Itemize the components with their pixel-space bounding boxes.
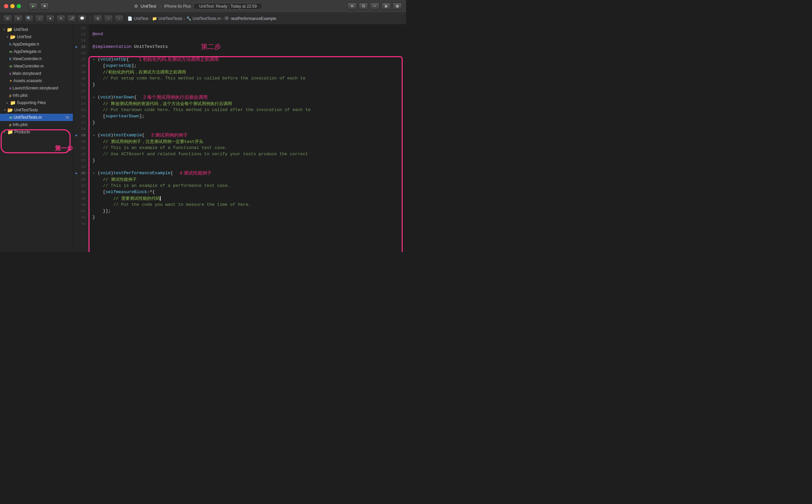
ln-24: 24	[73, 100, 88, 107]
bc-file-icon: 🔧	[186, 16, 191, 21]
xcassets-icon: ✦	[9, 79, 12, 83]
code-line-39: // 需要测试性能的代码	[92, 195, 406, 201]
minimize-button[interactable]	[10, 4, 15, 8]
group-folder-icon: 📂	[10, 34, 16, 40]
breadcrumb: 📄 UnitTest › 📁 UnitTestTests › 🔧 UnitTes…	[127, 16, 276, 21]
layout-btn-3[interactable]: ↩	[370, 3, 379, 10]
m-icon-3: m	[9, 116, 12, 119]
step1-label: 第一步	[55, 144, 73, 152]
warning-btn[interactable]: ⚠	[35, 15, 44, 22]
bc-label-4[interactable]: -testPerformanceExample	[230, 16, 276, 21]
sidebar-unittesttests-m[interactable]: m UnitTestTests.m M	[0, 114, 73, 121]
disclosure-root: ▾	[2, 28, 6, 32]
sidebar-info-plist-1[interactable]: p Info.plist	[0, 92, 73, 99]
bc-label-3[interactable]: UnitTestTests.m	[193, 16, 221, 21]
bc-1[interactable]: 📄	[127, 16, 132, 21]
launchscreen-label: LaunchScreen.storyboard	[13, 86, 58, 90]
ln-19: 19	[73, 69, 88, 75]
info-plist-2-label: Info.plist	[13, 122, 28, 127]
bc-sep-1: ›	[149, 16, 151, 21]
code-line-37: // This is an example of a performance t…	[92, 183, 406, 189]
root-folder-icon: 📁	[7, 27, 12, 32]
ln-30: 30	[73, 138, 88, 145]
sidebar-root[interactable]: ▾ 📁 UnitTest	[0, 26, 73, 33]
assets-label: Assets.xcassets	[13, 78, 42, 83]
code-line-33: }	[92, 157, 406, 164]
separator: ›	[159, 4, 162, 9]
forward-btn[interactable]: ›	[115, 15, 123, 22]
diamond-35: ◆	[74, 172, 78, 175]
supporting-folder-icon: 📁	[10, 100, 16, 105]
sidebar-appdelegate-h[interactable]: h AppDelegate.h	[0, 41, 73, 48]
ln-25: 25	[73, 107, 88, 113]
layout-btn-1[interactable]: ⊞	[347, 3, 357, 10]
root-label: UnitTest	[14, 27, 28, 32]
back-btn[interactable]: ‹	[104, 15, 113, 22]
cursor	[160, 196, 161, 201]
stop-button[interactable]	[40, 3, 49, 10]
search-btn[interactable]: 🔍	[25, 15, 33, 22]
unittesttests-folder-icon: 📂	[7, 107, 13, 113]
code-line-25: // Put teardown code here. This method i…	[92, 107, 406, 113]
code-line-20: // Put setup code here. This method is c…	[92, 75, 406, 81]
ln-12: 12	[73, 25, 88, 31]
bookmark-btn[interactable]: ♦	[46, 15, 55, 22]
bc-sep-3: ›	[222, 16, 223, 21]
traffic-lights	[4, 4, 21, 8]
editor: 12 13 14 ◆ 15 16 17 18 19 20 21 22 23 24…	[73, 25, 406, 252]
sidebar-viewcontroller-m[interactable]: m ViewController.m	[0, 63, 73, 70]
sidebar-appdelegate-m[interactable]: m AppDelegate.m	[0, 48, 73, 55]
bc-method-icon: Ⓜ	[225, 16, 229, 21]
disclosure-products: ▸	[3, 130, 7, 134]
ln-37: 37	[73, 183, 88, 189]
sidebar: ▾ 📁 UnitTest ▾ 📂 UnitTest h AppDelegate.…	[0, 25, 73, 252]
viewcontroller-m-label: ViewController.m	[14, 64, 44, 68]
ln-14: 14	[73, 37, 88, 44]
layout-btn-5[interactable]: ▦	[393, 3, 402, 10]
sidebar-info-plist-2[interactable]: p Info.plist	[0, 121, 73, 128]
code-line-40: // Put the code you want to measure the …	[92, 201, 406, 208]
ln-28: 28	[73, 126, 88, 132]
bc-label-1[interactable]: UnitTest	[134, 16, 148, 21]
device-name: iPhone 6s Plus	[164, 4, 191, 9]
code-line-29: - (void)testExample { 3 测试用例的例子	[92, 132, 406, 138]
code-line-43	[92, 220, 406, 227]
comment-btn[interactable]: 💬	[78, 15, 86, 22]
run-button[interactable]	[29, 3, 38, 10]
code-line-14	[92, 37, 406, 44]
code-content[interactable]: @end @implementation UnitTestTests 第二步 -…	[88, 25, 406, 252]
sidebar-supporting-files[interactable]: ▸ 📁 Supporting Files	[0, 99, 73, 106]
hierarchy-btn[interactable]: ⎇	[67, 15, 76, 22]
close-button[interactable]	[4, 4, 8, 8]
sidebar-launchscreen[interactable]: s LaunchScreen.storyboard	[0, 84, 73, 92]
main-layout: ▾ 📁 UnitTest ▾ 📂 UnitTest h AppDelegate.…	[0, 25, 406, 252]
sidebar-viewcontroller-h[interactable]: h ViewController.h	[0, 55, 73, 63]
sidebar-toggle[interactable]: ⊟	[3, 15, 12, 22]
main-storyboard-label: Main.storyboard	[13, 71, 41, 76]
s-icon-2: s	[9, 86, 11, 90]
ln-31: 31	[73, 145, 88, 151]
status-indicator: UnitTest: Ready | Today at 22:59	[193, 3, 262, 10]
sidebar-unitest-group[interactable]: ▾ 📂 UnitTest	[0, 33, 73, 41]
sidebar-main-storyboard[interactable]: s Main.storyboard	[0, 70, 73, 77]
sidebar-unittesttests-group[interactable]: ▾ 📂 UnitTestTests	[0, 106, 73, 114]
sidebar-products[interactable]: ▸ 📁 Products	[0, 128, 73, 136]
maximize-button[interactable]	[17, 4, 21, 8]
grid-btn[interactable]: ⊞	[93, 15, 102, 22]
sidebar-assets[interactable]: ✦ Assets.xcassets	[0, 77, 73, 84]
divider	[90, 15, 90, 22]
list-btn[interactable]: ≡	[57, 15, 65, 22]
code-line-26: [super tearDown];	[92, 113, 406, 119]
ln-36: 36	[73, 176, 88, 183]
disclosure-group: ▾	[5, 35, 9, 39]
bc-label-2[interactable]: UnitTestTests	[158, 16, 182, 21]
nav-btn-1[interactable]: ⊞	[14, 15, 23, 22]
diamond-29: ◆	[74, 134, 78, 137]
products-label: Products	[14, 130, 30, 134]
layout-btn-4[interactable]: ▣	[381, 3, 391, 10]
code-area: 12 13 14 ◆ 15 16 17 18 19 20 21 22 23 24…	[73, 25, 406, 252]
h-icon-2: h	[9, 57, 11, 61]
layout-btn-2[interactable]: ⧉	[359, 3, 368, 10]
ln-18: 18	[73, 63, 88, 69]
line-numbers: 12 13 14 ◆ 15 16 17 18 19 20 21 22 23 24…	[73, 25, 88, 252]
